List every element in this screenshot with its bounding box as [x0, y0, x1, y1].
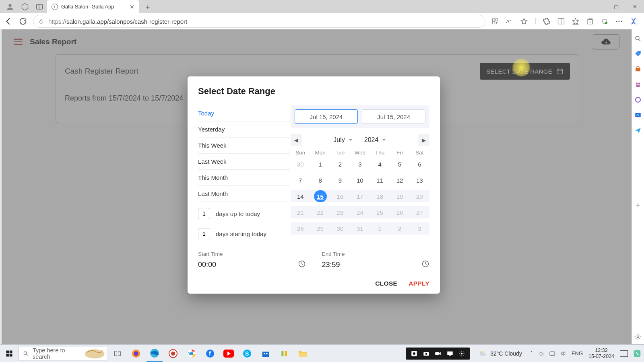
- sidebar-add-button[interactable]: ＋: [634, 200, 642, 210]
- copilot-icon[interactable]: [630, 17, 638, 25]
- day-3[interactable]: 3: [350, 158, 370, 170]
- chrome-icon[interactable]: [184, 346, 200, 362]
- rec-settings-icon[interactable]: [458, 350, 465, 357]
- day-6[interactable]: 6: [410, 158, 429, 170]
- tab-close-icon[interactable]: ✕: [130, 4, 134, 10]
- system-tray[interactable]: ˄ ENG: [530, 350, 583, 357]
- day-2[interactable]: 2: [390, 222, 409, 234]
- preset-yesterday[interactable]: Yesterday: [198, 121, 290, 138]
- start-time-field[interactable]: Start Time 00:00: [198, 250, 306, 271]
- m365-icon[interactable]: [634, 96, 642, 103]
- day-14[interactable]: 14: [291, 190, 310, 202]
- youtube-icon[interactable]: [221, 346, 237, 362]
- favorite-star-icon[interactable]: [520, 17, 528, 25]
- apply-button[interactable]: APPLY: [409, 280, 429, 287]
- day-10[interactable]: 10: [350, 174, 370, 186]
- maximize-button[interactable]: ▢: [607, 0, 625, 13]
- day-30[interactable]: 30: [330, 222, 350, 234]
- search-icon[interactable]: [634, 35, 642, 42]
- day-1[interactable]: 1: [310, 158, 330, 170]
- skype-icon[interactable]: S: [239, 346, 255, 362]
- volume-icon[interactable]: [560, 350, 567, 357]
- new-tab-button[interactable]: ＋: [144, 2, 151, 12]
- day-7[interactable]: 7: [291, 174, 310, 186]
- recording-toolbar[interactable]: [406, 348, 470, 360]
- input-tray-icon[interactable]: [549, 350, 555, 357]
- ms-store-icon[interactable]: [258, 346, 274, 362]
- days-up-input[interactable]: [198, 208, 210, 219]
- read-aloud-icon[interactable]: A⁺: [506, 17, 514, 25]
- weather-widget[interactable]: 32°C Cloudy: [478, 349, 522, 358]
- day-8[interactable]: 8: [310, 174, 330, 186]
- preset-last-week[interactable]: Last Week: [198, 154, 290, 170]
- task-view-icon[interactable]: [109, 346, 126, 362]
- day-4[interactable]: 4: [370, 158, 390, 170]
- day-17[interactable]: 17: [350, 190, 370, 202]
- day-23[interactable]: 23: [330, 206, 350, 218]
- preset-this-month[interactable]: This Month: [198, 170, 290, 186]
- day-3[interactable]: 3: [410, 222, 429, 234]
- site-info-icon[interactable]: [38, 19, 44, 25]
- tab-actions-icon[interactable]: [35, 3, 43, 11]
- games-icon[interactable]: [634, 81, 642, 88]
- record-app-icon[interactable]: [165, 346, 181, 362]
- more-menu-icon[interactable]: [615, 17, 623, 25]
- facebook-icon[interactable]: f: [202, 346, 218, 362]
- screen-icon[interactable]: [446, 350, 454, 357]
- url-box[interactable]: https://salon.galla.app/salonpos/cash-re…: [33, 15, 485, 28]
- day-20[interactable]: 20: [410, 190, 429, 202]
- browser-essentials-icon[interactable]: [601, 17, 609, 25]
- year-select[interactable]: 2024: [364, 136, 387, 144]
- day-15[interactable]: 15: [310, 190, 330, 202]
- collections-icon[interactable]: [586, 17, 594, 25]
- app-icon[interactable]: [276, 346, 292, 362]
- day-21[interactable]: 21: [291, 206, 310, 218]
- send-icon[interactable]: [634, 127, 642, 134]
- tools-icon[interactable]: [634, 66, 642, 73]
- outlook-icon[interactable]: O: [634, 111, 642, 119]
- day-11[interactable]: 11: [370, 174, 390, 186]
- extensions-icon[interactable]: [543, 17, 551, 25]
- taskbar-copilot-icon[interactable]: [633, 349, 642, 358]
- split-screen-icon[interactable]: [557, 17, 565, 25]
- day-12[interactable]: 12: [390, 174, 409, 186]
- settings-icon[interactable]: [634, 333, 642, 340]
- favorites-icon[interactable]: [572, 17, 580, 25]
- day-2[interactable]: 2: [330, 158, 350, 170]
- day-18[interactable]: 18: [370, 190, 390, 202]
- start-date-field[interactable]: Jul 15, 2024: [295, 109, 358, 124]
- day-29[interactable]: 29: [310, 222, 330, 234]
- preset-last-month[interactable]: Last Month: [198, 186, 290, 202]
- close-button[interactable]: CLOSE: [375, 280, 397, 287]
- day-28[interactable]: 28: [291, 222, 310, 234]
- profile-icon[interactable]: [6, 2, 14, 11]
- day-30[interactable]: 30: [291, 158, 310, 170]
- shopping-tag-icon[interactable]: [634, 50, 642, 58]
- edge-icon[interactable]: [147, 346, 163, 362]
- day-1[interactable]: 1: [370, 222, 390, 234]
- day-22[interactable]: 22: [310, 206, 330, 218]
- taskbar-search[interactable]: Type here to search: [19, 347, 107, 360]
- camera-icon[interactable]: [423, 350, 430, 357]
- days-start-input[interactable]: [198, 228, 210, 239]
- prev-month-button[interactable]: ◀: [291, 134, 302, 146]
- firefox-icon[interactable]: [128, 346, 144, 362]
- notifications-icon[interactable]: [620, 350, 628, 357]
- taskbar-clock[interactable]: 12:32 15-07-2024: [588, 348, 614, 360]
- language-indicator[interactable]: ENG: [572, 350, 583, 356]
- day-5[interactable]: 5: [390, 158, 409, 170]
- back-button[interactable]: [4, 17, 13, 26]
- onedrive-tray-icon[interactable]: [538, 350, 544, 357]
- day-27[interactable]: 27: [410, 206, 429, 218]
- start-button[interactable]: [2, 347, 16, 360]
- day-26[interactable]: 26: [390, 206, 409, 218]
- browser-tab[interactable]: ! Galla Salon -Galla App ✕: [47, 0, 139, 13]
- close-window-button[interactable]: ✕: [625, 0, 644, 13]
- app-install-icon[interactable]: [491, 17, 499, 25]
- workspaces-icon[interactable]: [21, 3, 29, 11]
- day-31[interactable]: 31: [350, 222, 370, 234]
- preset-this-week[interactable]: This Week: [198, 138, 290, 154]
- file-explorer-icon[interactable]: [295, 346, 311, 362]
- next-month-button[interactable]: ▶: [418, 134, 429, 146]
- tray-chevron-icon[interactable]: ˄: [530, 350, 533, 356]
